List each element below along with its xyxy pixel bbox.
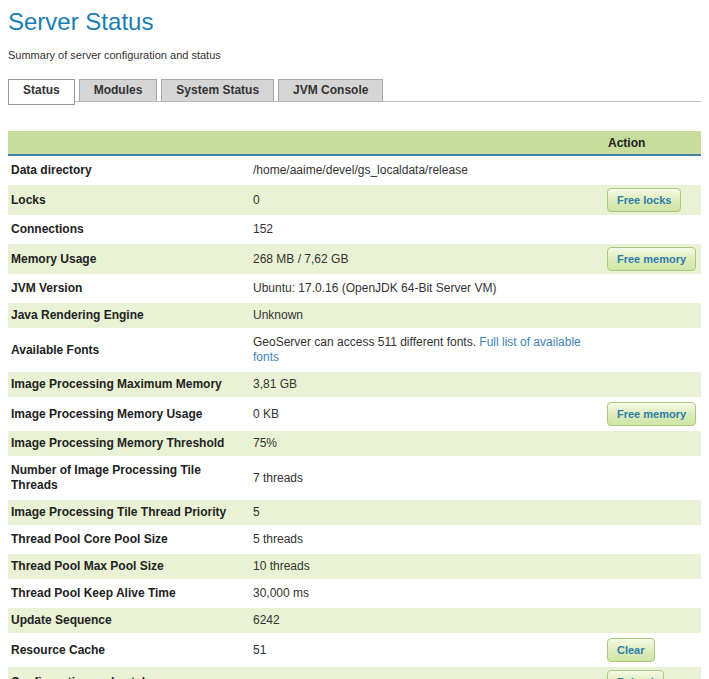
row-action: Reload [600,667,701,679]
row-label: Memory Usage [8,244,250,274]
row-action [600,458,701,498]
row-label: Thread Pool Keep Alive Time [8,581,250,606]
free-memory-button[interactable]: Free memory [607,247,696,271]
row-value [250,667,600,679]
table-row: Connections152 [8,217,701,242]
row-value-text: GeoServer can access 511 different fonts… [253,335,476,349]
row-label: Data directory [8,158,250,183]
server-status-page: Server Status Summary of server configur… [0,0,709,679]
tab-system-status[interactable]: System Status [161,79,274,101]
row-label: Image Processing Memory Usage [8,399,250,429]
header-action-column: Action [600,131,701,156]
free-memory-button[interactable]: Free memory [607,402,696,426]
table-row: Number of Image Processing Tile Threads7… [8,458,701,498]
table-row: Image Processing Maximum Memory3,81 GB [8,372,701,397]
table-header: Action [8,131,701,156]
row-action: Free memory [600,244,701,274]
server-status-table: Action Data directory/home/aaime/devel/g… [8,129,701,679]
tab-bar: StatusModulesSystem StatusJVM Console [8,78,701,102]
page-subtitle: Summary of server configuration and stat… [8,49,701,61]
table-row: Image Processing Memory Usage0 KBFree me… [8,399,701,429]
row-action: Free memory [600,399,701,429]
row-action: Free locks [600,185,701,215]
row-action [600,554,701,579]
row-label: Image Processing Memory Threshold [8,431,250,456]
table-row: Java Rendering EngineUnknown [8,303,701,328]
row-value: Ubuntu: 17.0.16 (OpenJDK 64-Bit Server V… [250,276,600,301]
row-value-text: 51 [253,643,266,657]
row-value-text: 0 [253,193,260,207]
row-value: GeoServer can access 511 different fonts… [250,330,600,370]
row-value-text: 0 KB [253,407,279,421]
row-value-text: 3,81 GB [253,377,297,391]
row-value-text: 10 threads [253,559,310,573]
row-action [600,527,701,552]
table-row: Update Sequence6242 [8,608,701,633]
row-value: 152 [250,217,600,242]
tab-jvm-console[interactable]: JVM Console [278,79,383,101]
row-label: Resource Cache [8,635,250,665]
row-action [600,608,701,633]
clear-button[interactable]: Clear [607,638,655,662]
row-action [600,330,701,370]
tab-status[interactable]: Status [8,79,75,105]
row-action [600,372,701,397]
status-table-body: Data directory/home/aaime/devel/gs_local… [8,158,701,679]
row-value: 268 MB / 7,62 GB [250,244,600,274]
row-value: 6242 [250,608,600,633]
row-action [600,581,701,606]
row-value: 0 KB [250,399,600,429]
row-action [600,303,701,328]
table-row: Thread Pool Core Pool Size5 threads [8,527,701,552]
row-label: Connections [8,217,250,242]
row-label: Image Processing Maximum Memory [8,372,250,397]
free-locks-button[interactable]: Free locks [607,188,681,212]
row-label: Thread Pool Core Pool Size [8,527,250,552]
row-value-text: /home/aaime/devel/gs_localdata/release [253,163,468,177]
header-label-column [8,131,250,156]
row-value: 30,000 ms [250,581,600,606]
row-label: Thread Pool Max Pool Size [8,554,250,579]
page-title: Server Status [8,8,701,36]
row-value-text: 5 [253,505,260,519]
row-value: 51 [250,635,600,665]
table-row: JVM VersionUbuntu: 17.0.16 (OpenJDK 64-B… [8,276,701,301]
table-row: Resource Cache51Clear [8,635,701,665]
row-label: Locks [8,185,250,215]
row-value-text: 7 threads [253,471,303,485]
row-value: 10 threads [250,554,600,579]
row-value-text: Ubuntu: 17.0.16 (OpenJDK 64-Bit Server V… [253,281,496,295]
row-label: Update Sequence [8,608,250,633]
row-value-text: 268 MB / 7,62 GB [253,252,348,266]
row-value: 7 threads [250,458,600,498]
header-value-column [250,131,600,156]
row-action [600,158,701,183]
table-row: Configuration and catalogReload [8,667,701,679]
row-label: JVM Version [8,276,250,301]
row-label: Java Rendering Engine [8,303,250,328]
table-row: Memory Usage268 MB / 7,62 GBFree memory [8,244,701,274]
row-value-text: 6242 [253,613,280,627]
row-action [600,431,701,456]
table-row: Image Processing Memory Threshold75% [8,431,701,456]
row-label: Configuration and catalog [8,667,250,679]
table-row: Thread Pool Max Pool Size10 threads [8,554,701,579]
row-value-text: Unknown [253,308,303,322]
table-row: Available FontsGeoServer can access 511 … [8,330,701,370]
row-value-text: 75% [253,436,277,450]
table-row: Locks0Free locks [8,185,701,215]
row-value: 75% [250,431,600,456]
row-action [600,217,701,242]
row-value: 3,81 GB [250,372,600,397]
row-value-text: 152 [253,222,273,236]
row-action: Clear [600,635,701,665]
row-action [600,500,701,525]
table-row: Thread Pool Keep Alive Time30,000 ms [8,581,701,606]
table-row: Data directory/home/aaime/devel/gs_local… [8,158,701,183]
row-value: 0 [250,185,600,215]
table-header-row: Action [8,131,701,156]
tab-modules[interactable]: Modules [79,79,158,101]
row-value-text: 30,000 ms [253,586,309,600]
reload-button[interactable]: Reload [607,670,664,679]
row-value: /home/aaime/devel/gs_localdata/release [250,158,600,183]
